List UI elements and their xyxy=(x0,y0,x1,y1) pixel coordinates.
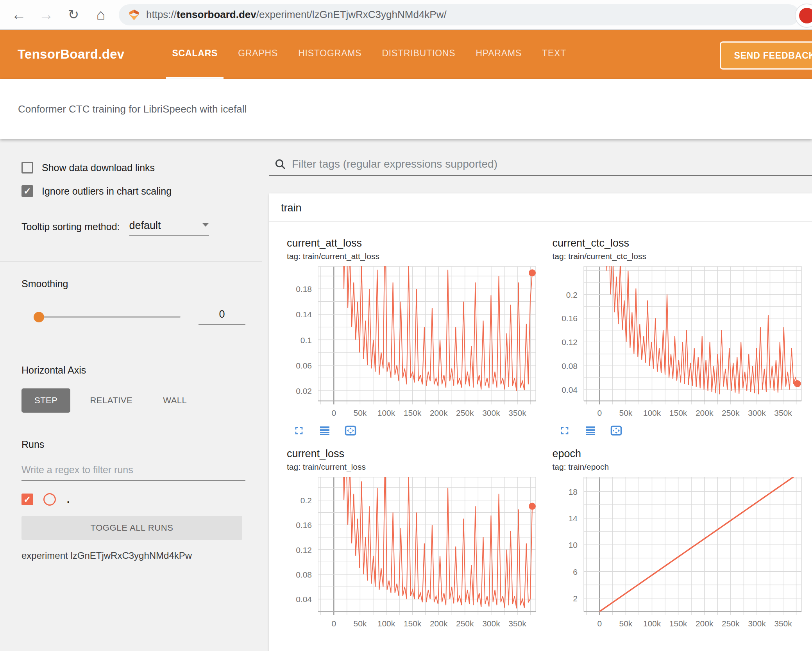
svg-text:50k: 50k xyxy=(353,408,367,417)
url-bar[interactable]: https://tensorboard.dev/experiment/lzGnE… xyxy=(119,4,799,25)
charts-grid: current_att_loss tag: train/current_att_… xyxy=(269,222,812,630)
svg-text:0.12: 0.12 xyxy=(296,545,312,554)
checkbox-checked-icon[interactable] xyxy=(21,185,33,197)
svg-text:0.08: 0.08 xyxy=(562,361,578,370)
wall-button[interactable]: WALL xyxy=(152,388,198,413)
send-feedback-button[interactable]: SEND FEEDBACK xyxy=(720,41,812,70)
tab-distributions[interactable]: DISTRIBUTIONS xyxy=(376,30,461,79)
chart-plot[interactable]: 0.040.080.120.160.2050k100k150k200k250k3… xyxy=(547,265,812,419)
run-row[interactable]: . xyxy=(21,493,245,506)
fit-domain-icon[interactable] xyxy=(344,424,357,437)
chart-toolbar xyxy=(293,424,547,437)
step-button[interactable]: STEP xyxy=(21,388,70,413)
checkbox-label: Show data download links xyxy=(42,162,155,173)
svg-text:200k: 200k xyxy=(695,408,713,417)
svg-text:2: 2 xyxy=(573,594,578,603)
forward-icon[interactable]: → xyxy=(38,0,55,29)
slider-thumb[interactable] xyxy=(34,312,44,322)
app-logo: TensorBoard.dev xyxy=(18,47,124,62)
reload-icon[interactable]: ↻ xyxy=(65,0,82,29)
tooltip-sorting-select[interactable]: default xyxy=(129,220,209,236)
app-header: TensorBoard.dev SCALARS GRAPHS HISTOGRAM… xyxy=(0,30,812,79)
tab-histograms[interactable]: HISTOGRAMS xyxy=(292,30,367,79)
svg-text:100k: 100k xyxy=(377,619,395,628)
chart-plot[interactable]: 0.020.060.10.140.18050k100k150k200k250k3… xyxy=(281,265,547,419)
svg-text:0.04: 0.04 xyxy=(296,595,312,604)
svg-text:200k: 200k xyxy=(430,408,448,417)
runs-heading: Runs xyxy=(21,439,245,450)
chart-title: current_att_loss xyxy=(287,237,547,249)
svg-text:300k: 300k xyxy=(482,408,500,417)
svg-text:0.18: 0.18 xyxy=(296,284,312,293)
home-icon[interactable]: ⌂ xyxy=(92,0,109,29)
checkbox-unchecked-icon[interactable] xyxy=(21,162,33,173)
toggle-all-runs-button[interactable]: TOGGLE ALL RUNS xyxy=(21,516,242,540)
chart-tag: tag: train/current_ctc_loss xyxy=(553,252,812,261)
browser-profile-avatar[interactable] xyxy=(795,4,812,28)
relative-button[interactable]: RELATIVE xyxy=(79,388,143,413)
tab-text[interactable]: TEXT xyxy=(536,30,572,79)
log-scale-icon[interactable] xyxy=(318,424,331,437)
chart-toolbar xyxy=(558,424,812,437)
filter-tags-placeholder: Filter tags (regular expressions support… xyxy=(292,158,497,170)
svg-text:0.16: 0.16 xyxy=(296,520,312,529)
horizontal-axis-heading: Horizontal Axis xyxy=(21,365,245,376)
svg-text:200k: 200k xyxy=(695,619,713,628)
run-checkbox[interactable] xyxy=(21,494,33,505)
tab-hparams[interactable]: HPARAMS xyxy=(470,30,528,79)
runs-filter-input[interactable]: Write a regex to filter runs xyxy=(21,464,245,481)
run-name: . xyxy=(67,494,70,506)
experiment-id-label: experiment lzGnETjwRxC3yghNMd4kPw xyxy=(21,550,245,561)
divider xyxy=(0,261,262,262)
ignore-outliers-checkbox[interactable]: Ignore outliers in chart scaling xyxy=(21,183,245,199)
svg-text:0.14: 0.14 xyxy=(296,310,312,319)
svg-text:100k: 100k xyxy=(643,619,661,628)
svg-text:350k: 350k xyxy=(508,408,526,417)
svg-text:300k: 300k xyxy=(748,408,766,417)
svg-text:250k: 250k xyxy=(456,408,474,417)
svg-text:0.1: 0.1 xyxy=(300,336,312,345)
smoothing-value-input[interactable]: 0 xyxy=(199,308,245,325)
content: Show data download links Ignore outliers… xyxy=(0,139,812,651)
chart-tile-current-ctc-loss: current_ctc_loss tag: train/current_ctc_… xyxy=(547,237,812,437)
browser-chrome: ← → ↻ ⌂ https://tensorboard.dev/experime… xyxy=(0,0,812,30)
fullscreen-icon[interactable] xyxy=(558,424,571,437)
tooltip-sorting-label: Tooltip sorting method: xyxy=(21,221,120,236)
chart-title: current_ctc_loss xyxy=(553,237,812,249)
chart-tag: tag: train/current_loss xyxy=(287,462,547,472)
svg-text:100k: 100k xyxy=(377,408,395,417)
nav-tabs: SCALARS GRAPHS HISTOGRAMS DISTRIBUTIONS … xyxy=(162,30,576,79)
show-download-links-checkbox[interactable]: Show data download links xyxy=(21,159,245,176)
svg-text:0.2: 0.2 xyxy=(566,290,577,299)
log-scale-icon[interactable] xyxy=(584,424,597,437)
svg-text:0.2: 0.2 xyxy=(300,496,312,505)
chart-tile-epoch: epoch tag: train/epoch 26101418050k100k1… xyxy=(547,448,812,630)
svg-text:250k: 250k xyxy=(456,619,474,628)
smoothing-slider-row: 0 xyxy=(21,308,245,325)
svg-text:50k: 50k xyxy=(619,619,632,628)
chart-tag: tag: train/epoch xyxy=(553,462,812,472)
tooltip-sorting-row: Tooltip sorting method: default xyxy=(21,220,245,236)
smoothing-slider[interactable] xyxy=(35,316,181,318)
svg-text:300k: 300k xyxy=(748,619,766,628)
tensorboard-favicon-icon xyxy=(128,9,140,21)
tab-scalars[interactable]: SCALARS xyxy=(166,30,224,79)
back-icon[interactable]: ← xyxy=(10,0,27,29)
svg-text:0: 0 xyxy=(597,408,602,417)
settings-sidebar: Show data download links Ignore outliers… xyxy=(0,139,262,651)
svg-text:0: 0 xyxy=(331,408,336,417)
svg-text:10: 10 xyxy=(568,540,577,549)
tooltip-sorting-value: default xyxy=(129,220,161,232)
train-card: train current_att_loss tag: train/curren… xyxy=(269,193,812,651)
filter-tags-input[interactable]: Filter tags (regular expressions support… xyxy=(269,158,812,176)
tag-group-title[interactable]: train xyxy=(269,193,812,222)
chart-plot[interactable]: 26101418050k100k150k200k250k300k350k xyxy=(547,476,812,630)
avatar-image xyxy=(799,8,812,23)
svg-text:300k: 300k xyxy=(482,619,500,628)
svg-text:150k: 150k xyxy=(404,408,422,417)
fit-domain-icon[interactable] xyxy=(610,424,622,437)
tab-graphs[interactable]: GRAPHS xyxy=(232,30,284,79)
chart-plot[interactable]: 0.040.080.120.160.2050k100k150k200k250k3… xyxy=(281,476,547,630)
horizontal-axis-buttons: STEP RELATIVE WALL xyxy=(21,388,245,413)
fullscreen-icon[interactable] xyxy=(293,424,305,437)
